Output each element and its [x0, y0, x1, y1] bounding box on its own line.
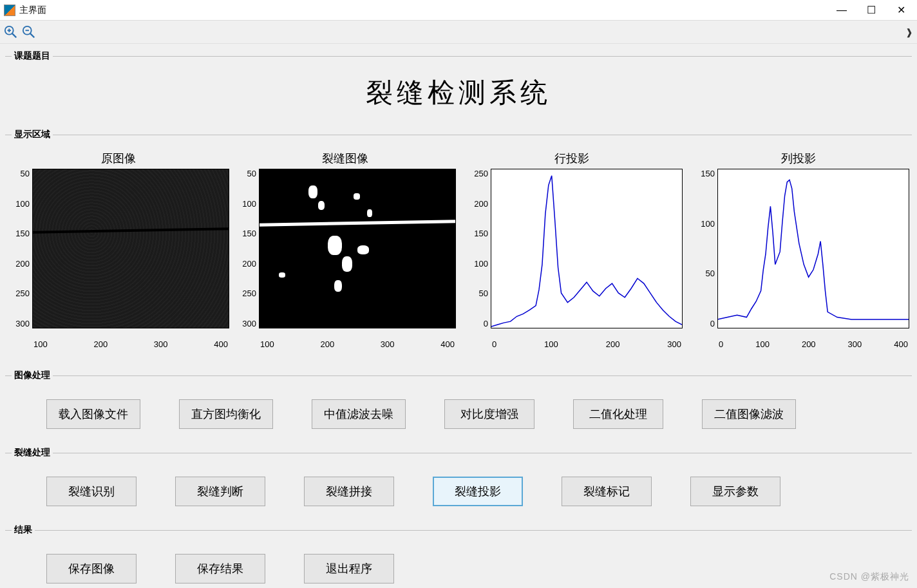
- exit-button[interactable]: 退出程序: [304, 554, 394, 583]
- chart-title-col: 列投影: [688, 151, 909, 166]
- yaxis-crack: 50100150200250300: [234, 169, 259, 328]
- plot-crack-image[interactable]: [259, 169, 456, 328]
- crackproc-legend: 裂缝处理: [12, 447, 53, 459]
- toolbar: ❱: [0, 21, 917, 44]
- xaxis-orig: 100200300400: [32, 339, 229, 349]
- titlebar: 主界面 — ☐ ✕: [0, 0, 917, 21]
- maximize-button[interactable]: ☐: [856, 1, 886, 20]
- xaxis-col: 0100200300400: [717, 339, 909, 349]
- minimize-button[interactable]: —: [827, 1, 856, 20]
- chart-col-proj: 列投影 150100500 0100200300400: [688, 151, 909, 356]
- svg-line-5: [30, 33, 34, 37]
- result-legend: 结果: [12, 524, 35, 536]
- chart-crack: 裂缝图像 50100150200250300: [234, 151, 456, 356]
- main-title: 裂缝检测系统: [8, 67, 909, 115]
- yaxis-orig: 50100150200250300: [8, 169, 32, 328]
- load-image-button[interactable]: 载入图像文件: [46, 399, 140, 429]
- chart-original: 原图像 50100150200250300 100200300400: [8, 151, 229, 356]
- chart-title-row: 行投影: [461, 151, 683, 166]
- matlab-icon: [4, 5, 15, 16]
- yaxis-col: 150100500: [688, 169, 717, 328]
- save-result-button[interactable]: 保存结果: [175, 554, 265, 583]
- crack-stitch-button[interactable]: 裂缝拼接: [304, 477, 394, 506]
- crack-project-button[interactable]: 裂缝投影: [433, 477, 523, 506]
- plot-col-projection[interactable]: [717, 169, 909, 328]
- window-controls: — ☐ ✕: [827, 1, 916, 20]
- display-legend: 显示区域: [12, 129, 53, 140]
- crack-mark-button[interactable]: 裂缝标记: [562, 477, 652, 506]
- chart-title-orig: 原图像: [8, 151, 229, 166]
- plot-row-projection[interactable]: [491, 169, 683, 328]
- yaxis-row: 250200150100500: [461, 169, 491, 328]
- zoom-in-icon[interactable]: [4, 25, 18, 39]
- topic-legend: 课题题目: [12, 50, 53, 62]
- topic-panel: 课题题目 裂缝检测系统: [5, 50, 912, 122]
- crackproc-panel: 裂缝处理 裂缝识别 裂缝判断 裂缝拼接 裂缝投影 裂缝标记 显示参数: [5, 447, 912, 518]
- xaxis-row: 0100200300: [491, 339, 683, 349]
- svg-line-1: [12, 33, 16, 37]
- binarize-button[interactable]: 二值化处理: [573, 399, 663, 429]
- plot-original-image[interactable]: [32, 169, 229, 328]
- toolbar-overflow-icon[interactable]: ❱: [905, 27, 913, 37]
- imgproc-panel: 图像处理 载入图像文件 直方图均衡化 中值滤波去噪 对比度增强 二值化处理 二值…: [5, 370, 912, 441]
- histogram-eq-button[interactable]: 直方图均衡化: [179, 399, 273, 429]
- result-panel: 结果 保存图像 保存结果 退出程序: [5, 524, 912, 588]
- crack-identify-button[interactable]: 裂缝识别: [46, 477, 137, 506]
- save-image-button[interactable]: 保存图像: [46, 554, 137, 583]
- zoom-out-icon[interactable]: [22, 25, 36, 39]
- close-button[interactable]: ✕: [886, 1, 916, 20]
- chart-row-proj: 行投影 250200150100500 0100200300: [461, 151, 683, 356]
- watermark-text: CSDN @紫极神光: [829, 571, 909, 583]
- window-title: 主界面: [19, 5, 827, 16]
- display-panel: 显示区域 原图像 50100150200250300 100200300400: [5, 129, 912, 363]
- crack-judge-button[interactable]: 裂缝判断: [175, 477, 265, 506]
- chart-title-crack: 裂缝图像: [234, 151, 456, 166]
- median-filter-button[interactable]: 中值滤波去噪: [312, 399, 406, 429]
- show-params-button[interactable]: 显示参数: [690, 477, 780, 506]
- imgproc-legend: 图像处理: [12, 370, 53, 381]
- contrast-enhance-button[interactable]: 对比度增强: [444, 399, 534, 429]
- xaxis-crack: 100200300400: [259, 339, 456, 349]
- binary-filter-button[interactable]: 二值图像滤波: [702, 399, 796, 429]
